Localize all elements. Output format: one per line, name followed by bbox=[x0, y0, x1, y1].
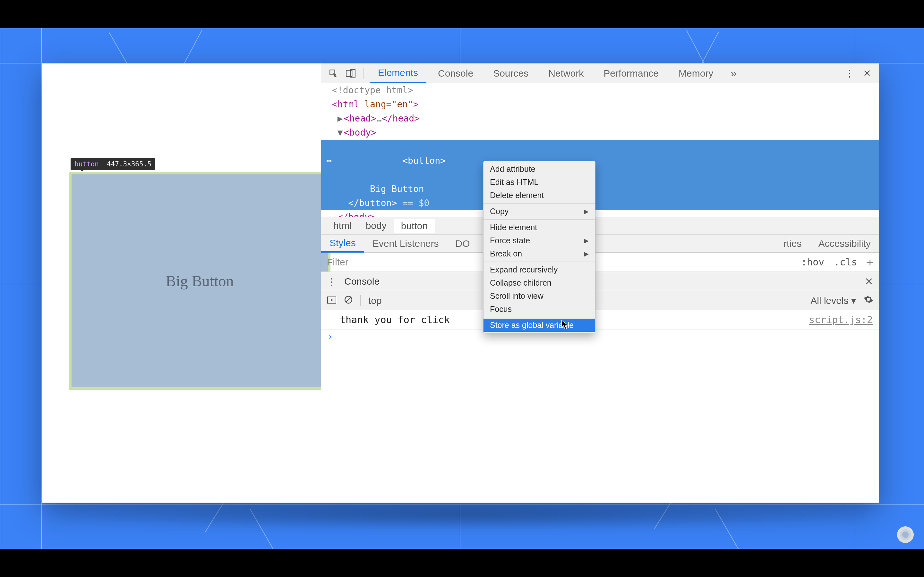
kebab-icon[interactable]: ⋮ bbox=[327, 276, 336, 287]
dom-selected-node[interactable]: ⋯ <button> bbox=[321, 140, 879, 182]
device-toolbar-icon[interactable] bbox=[344, 66, 358, 81]
context-menu: Add attribute Edit as HTML Delete elemen… bbox=[483, 161, 596, 334]
new-style-rule-icon[interactable]: + bbox=[867, 256, 873, 269]
svg-rect-1 bbox=[346, 70, 352, 76]
dom-text-node[interactable]: Big Button bbox=[370, 184, 424, 194]
ctx-force-state[interactable]: Force state▶ bbox=[483, 234, 595, 247]
dom-doctype[interactable]: <!doctype html> bbox=[332, 85, 413, 95]
log-source-link[interactable]: script.js:2 bbox=[809, 314, 873, 326]
filter-input[interactable]: Filter bbox=[327, 257, 349, 268]
webpage-pane: button 447.3×365.5 Big Button bbox=[42, 63, 321, 503]
crumb-button[interactable]: button bbox=[394, 219, 435, 233]
subtab-dom-breakpoints[interactable]: DOM bbox=[447, 235, 470, 253]
ctx-store-global-variable[interactable]: Store as global variable bbox=[483, 319, 595, 332]
ctx-scroll-into-view[interactable]: Scroll into view bbox=[483, 290, 595, 303]
elements-dom-tree[interactable]: <!doctype html> <html lang="en"> ▶<head>… bbox=[321, 83, 879, 217]
ctx-expand-recursively[interactable]: Expand recursively bbox=[483, 263, 595, 276]
ctx-focus[interactable]: Focus bbox=[483, 303, 595, 316]
browser-window: button 447.3×365.5 Big Button Elements C… bbox=[42, 63, 879, 503]
tab-performance[interactable]: Performance bbox=[595, 63, 667, 83]
inspect-element-icon[interactable] bbox=[326, 66, 341, 81]
hov-toggle[interactable]: :hov bbox=[801, 256, 824, 268]
tab-console[interactable]: Console bbox=[430, 63, 481, 83]
clear-console-icon[interactable] bbox=[344, 295, 352, 306]
svg-rect-2 bbox=[351, 69, 355, 77]
ctx-delete-element[interactable]: Delete element bbox=[483, 189, 595, 202]
chrome-logo-icon bbox=[897, 526, 914, 543]
ctx-collapse-children[interactable]: Collapse children bbox=[483, 276, 595, 290]
crumb-body[interactable]: body bbox=[359, 219, 394, 232]
ctx-copy[interactable]: Copy▶ bbox=[483, 205, 595, 218]
styles-filter-row: Filter :hov .cls + bbox=[321, 253, 879, 272]
inspect-tooltip: button 447.3×365.5 bbox=[71, 158, 155, 170]
console-log-row[interactable]: thank you for click script.js:2 bbox=[321, 310, 879, 330]
log-message: thank you for click bbox=[340, 314, 450, 326]
dom-eq0-hint: == $0 bbox=[397, 198, 429, 208]
mouse-cursor-icon bbox=[561, 320, 569, 332]
devtools-pane: Elements Console Sources Network Perform… bbox=[321, 63, 879, 503]
tooltip-tag: button bbox=[74, 160, 99, 168]
subtab-properties[interactable]: rties bbox=[775, 235, 810, 253]
tab-memory[interactable]: Memory bbox=[670, 63, 722, 83]
drawer-title: Console bbox=[344, 276, 380, 287]
big-button-label: Big Button bbox=[166, 272, 234, 290]
cls-toggle[interactable]: .cls bbox=[834, 256, 857, 268]
subtab-event-listeners[interactable]: Event Listeners bbox=[364, 235, 447, 253]
svg-line-5 bbox=[346, 297, 351, 302]
close-devtools-icon[interactable]: ✕ bbox=[860, 66, 874, 81]
log-level-selector[interactable]: All levels ▾ bbox=[811, 295, 856, 306]
context-selector[interactable]: top bbox=[368, 295, 382, 306]
console-prompt[interactable]: › bbox=[321, 330, 879, 344]
console-settings-icon[interactable] bbox=[864, 295, 873, 306]
ctx-add-attribute[interactable]: Add attribute bbox=[483, 163, 595, 176]
crumb-html[interactable]: html bbox=[326, 219, 359, 232]
close-drawer-icon[interactable]: ✕ bbox=[865, 276, 873, 287]
styles-subtabs: Styles Event Listeners DOM rties Accessi… bbox=[321, 235, 879, 253]
tooltip-dimensions: 447.3×365.5 bbox=[107, 160, 152, 168]
subtab-styles[interactable]: Styles bbox=[321, 235, 364, 253]
ctx-break-on[interactable]: Break on▶ bbox=[483, 247, 595, 260]
tab-elements[interactable]: Elements bbox=[370, 63, 426, 83]
kebab-menu-icon[interactable]: ⋮ bbox=[843, 66, 857, 81]
ctx-edit-as-html[interactable]: Edit as HTML bbox=[483, 176, 595, 189]
breadcrumb: html body button bbox=[321, 217, 879, 235]
subtab-accessibility[interactable]: Accessibility bbox=[810, 235, 879, 253]
slide-background: button 447.3×365.5 Big Button Elements C… bbox=[0, 28, 924, 549]
tabs-overflow[interactable]: » bbox=[725, 63, 742, 83]
console-drawer: ⋮ Console ✕ top All levels ▾ bbox=[321, 272, 879, 503]
console-body[interactable]: thank you for click script.js:2 › bbox=[321, 310, 879, 503]
big-button[interactable]: Big Button bbox=[69, 172, 330, 390]
tab-network[interactable]: Network bbox=[540, 63, 592, 83]
execute-icon[interactable] bbox=[327, 295, 336, 306]
ctx-hide-element[interactable]: Hide element bbox=[483, 221, 595, 234]
tab-sources[interactable]: Sources bbox=[485, 63, 537, 83]
devtools-toolbar: Elements Console Sources Network Perform… bbox=[321, 63, 879, 83]
